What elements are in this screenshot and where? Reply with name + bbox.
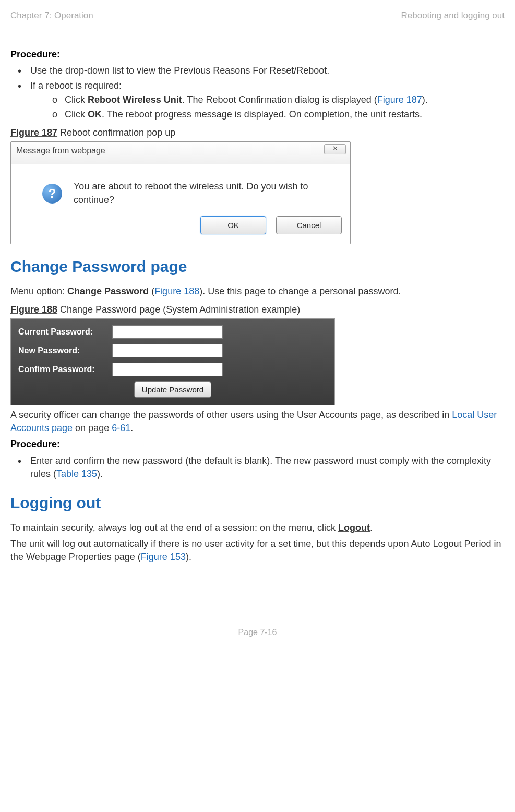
new-password-input[interactable]: [112, 344, 223, 357]
logout-line-2: The unit will log out automatically if t…: [10, 538, 505, 564]
header-right: Rebooting and logging out: [401, 9, 505, 22]
figure-187-caption: Figure 187 Reboot confirmation pop up: [10, 126, 505, 139]
list-item: If a reboot is required: Click Reboot Wi…: [16, 79, 505, 121]
table-135-link[interactable]: Table 135: [56, 469, 97, 479]
confirm-password-label: Confirm Password:: [18, 364, 112, 375]
current-password-input[interactable]: [112, 325, 223, 339]
page-header: Chapter 7: Operation Rebooting and loggi…: [10, 9, 505, 22]
t: A security officer can change the passwo…: [10, 410, 452, 420]
dialog-message: You are about to reboot the wireless uni…: [74, 180, 342, 206]
close-button[interactable]: ✕: [324, 144, 346, 154]
sub-item: Click OK. The reboot progress message is…: [30, 108, 505, 121]
dialog-button-row: OK Cancel: [11, 216, 350, 244]
update-password-button[interactable]: Update Password: [134, 381, 211, 398]
fig-label: Figure 187: [10, 127, 57, 138]
t: The unit will log out automatically if t…: [10, 539, 501, 562]
procedure-list: Use the drop-down list to view the Previ…: [10, 64, 505, 121]
t: . The reboot progress message is display…: [102, 109, 422, 120]
current-password-label: Current Password:: [18, 326, 112, 338]
t: To maintain security, always log out at …: [10, 522, 338, 533]
procedure-label: Procedure:: [10, 48, 505, 61]
t: Click: [65, 109, 88, 120]
t: ).: [97, 469, 103, 479]
ok-button[interactable]: OK: [200, 216, 266, 234]
dialog-title-text: Message from webpage: [16, 146, 105, 155]
page-ref-link[interactable]: 6-61: [112, 423, 130, 433]
form-row: Current Password:: [18, 325, 327, 339]
reboot-unit-ref: Reboot Wireless Unit: [88, 94, 182, 105]
form-row: Confirm Password:: [18, 363, 327, 376]
new-password-label: New Password:: [18, 345, 112, 356]
update-row: Update Password: [18, 381, 327, 398]
logout-line-1: To maintain security, always log out at …: [10, 521, 505, 534]
t: Menu option:: [10, 286, 67, 296]
t: ). Use this page to change a personal pa…: [199, 286, 401, 296]
dialog-titlebar: Message from webpage ✕: [11, 142, 350, 164]
menu-option-line: Menu option: Change Password (Figure 188…: [10, 285, 505, 298]
fig-text: Change Password page (System Administrat…: [57, 304, 300, 315]
reboot-confirmation-dialog: Message from webpage ✕ ? You are about t…: [10, 141, 351, 244]
form-row: New Password:: [18, 344, 327, 357]
list-item: Enter and confirm the new password (the …: [16, 455, 505, 481]
header-left: Chapter 7: Operation: [10, 9, 93, 22]
fig-text: Reboot confirmation pop up: [57, 127, 175, 138]
t: .: [370, 522, 373, 533]
t: (: [149, 286, 154, 296]
change-password-heading: Change Password page: [10, 256, 505, 278]
close-icon: ✕: [332, 145, 338, 152]
procedure-label-2: Procedure:: [10, 438, 505, 451]
list-text: If a reboot is required:: [30, 80, 122, 91]
security-officer-note: A security officer can change the passwo…: [10, 409, 505, 435]
question-icon: ?: [42, 184, 62, 204]
procedure-list-2: Enter and confirm the new password (the …: [10, 455, 505, 481]
t: ).: [422, 94, 428, 105]
figure-188-caption: Figure 188 Change Password page (System …: [10, 303, 505, 316]
change-password-menu-ref: Change Password: [67, 286, 149, 296]
fig-label: Figure 188: [10, 304, 57, 315]
change-password-form: Current Password: New Password: Confirm …: [10, 318, 335, 405]
t: . The Reboot Confirmation dialog is disp…: [182, 94, 377, 105]
ok-ref: OK: [88, 109, 102, 120]
figure-188-link[interactable]: Figure 188: [154, 286, 199, 296]
sub-item: Click Reboot Wireless Unit. The Reboot C…: [30, 93, 505, 106]
t: ).: [186, 552, 191, 562]
t: .: [130, 423, 133, 433]
page-footer: Page 7-16: [10, 627, 505, 638]
cancel-button[interactable]: Cancel: [276, 216, 342, 234]
t: on page: [73, 423, 112, 433]
logging-out-heading: Logging out: [10, 492, 505, 514]
t: Click: [65, 94, 88, 105]
list-item: Use the drop-down list to view the Previ…: [16, 64, 505, 77]
dialog-body: ? You are about to reboot the wireless u…: [11, 164, 350, 216]
figure-153-link[interactable]: Figure 153: [141, 552, 186, 562]
figure-187-link[interactable]: Figure 187: [377, 94, 422, 105]
logout-menu-ref: Logout: [338, 522, 370, 533]
confirm-password-input[interactable]: [112, 363, 223, 376]
